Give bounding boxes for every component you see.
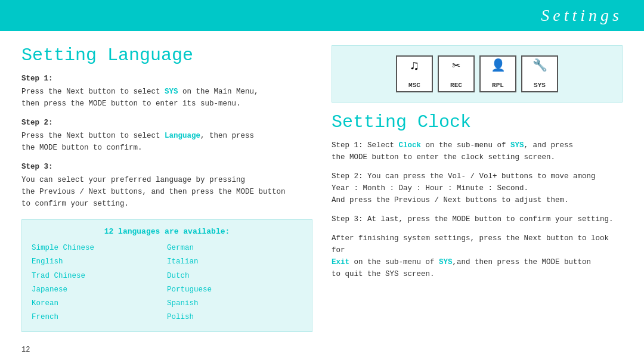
clock-step-1-block: Step 1: Select Clock on the sub-menu of … xyxy=(332,139,623,163)
step-2-block: Step 2: Press the Next button to select … xyxy=(21,117,312,154)
step-1-label: Step 1: xyxy=(21,73,312,85)
setting-language-title: Setting Language xyxy=(21,45,312,66)
page-title: Settings xyxy=(541,6,623,25)
left-column: Setting Language Step 1: Press the Next … xyxy=(21,45,312,350)
step-3-label: Step 3: xyxy=(21,161,312,173)
rpl-icon: 👤 xyxy=(491,60,506,72)
exit-highlight: Exit xyxy=(332,258,349,266)
icon-row: ♫ MSC ✂ REC 👤 RPL 🔧 SYS xyxy=(396,55,558,92)
setting-clock-title: Setting Clock xyxy=(332,112,623,132)
step-1-block: Step 1: Press the Next button to select … xyxy=(21,73,312,110)
lang-english: English xyxy=(32,256,167,268)
rec-label: REC xyxy=(450,82,462,89)
page-number: 12 xyxy=(21,346,30,354)
language-box: 12 languages are available: Simple Chine… xyxy=(21,219,312,332)
language-box-title: 12 languages are available: xyxy=(32,227,302,236)
icon-msc: ♫ MSC xyxy=(396,55,433,92)
language-grid: Simple Chinese German English Italian Tr… xyxy=(32,242,302,324)
sys-icon: 🔧 xyxy=(532,60,547,72)
lang-japanese: Japanese xyxy=(32,284,167,296)
sys-highlight-3: SYS xyxy=(439,258,453,266)
main-content: Setting Language Step 1: Press the Next … xyxy=(0,31,644,360)
lang-trad-chinese: Trad Chinese xyxy=(32,270,167,283)
sys-highlight-1: SYS xyxy=(165,88,178,96)
sys-highlight-2: SYS xyxy=(510,141,524,150)
msc-label: MSC xyxy=(408,82,420,89)
sys-label: SYS xyxy=(534,82,546,89)
icon-rpl: 👤 RPL xyxy=(479,55,516,92)
step-2-label: Step 2: xyxy=(21,117,312,129)
rpl-label: RPL xyxy=(492,82,504,89)
lang-french: French xyxy=(32,311,167,324)
clock-finishing-block: After finishing system settings, press t… xyxy=(332,232,623,280)
rec-icon: ✂ xyxy=(452,60,460,73)
msc-icon: ♫ xyxy=(410,60,418,73)
step-3-block: Step 3: You can select your preferred la… xyxy=(21,161,312,210)
lang-polish: Polish xyxy=(167,311,302,324)
lang-dutch: Dutch xyxy=(167,270,302,283)
language-highlight: Language xyxy=(165,132,200,140)
icon-panel: ♫ MSC ✂ REC 👤 RPL 🔧 SYS xyxy=(332,45,623,103)
clock-step-2-block: Step 2: You can press the Vol- / Vol+ bu… xyxy=(332,170,623,206)
clock-step-3-block: Step 3: At last, press the MODE button t… xyxy=(332,213,623,225)
lang-italian: Italian xyxy=(167,256,302,268)
icon-rec: ✂ REC xyxy=(438,55,475,92)
lang-korean: Korean xyxy=(32,297,167,310)
lang-german: German xyxy=(167,242,302,255)
lang-portuguese: Portuguese xyxy=(167,284,302,296)
icon-sys: 🔧 SYS xyxy=(521,55,558,92)
right-column: ♫ MSC ✂ REC 👤 RPL 🔧 SYS Setting Clock xyxy=(332,45,623,350)
lang-spanish: Spanish xyxy=(167,297,302,310)
lang-simple-chinese: Simple Chinese xyxy=(32,242,167,255)
top-banner: Settings xyxy=(0,0,644,31)
clock-highlight: Clock xyxy=(399,141,422,150)
